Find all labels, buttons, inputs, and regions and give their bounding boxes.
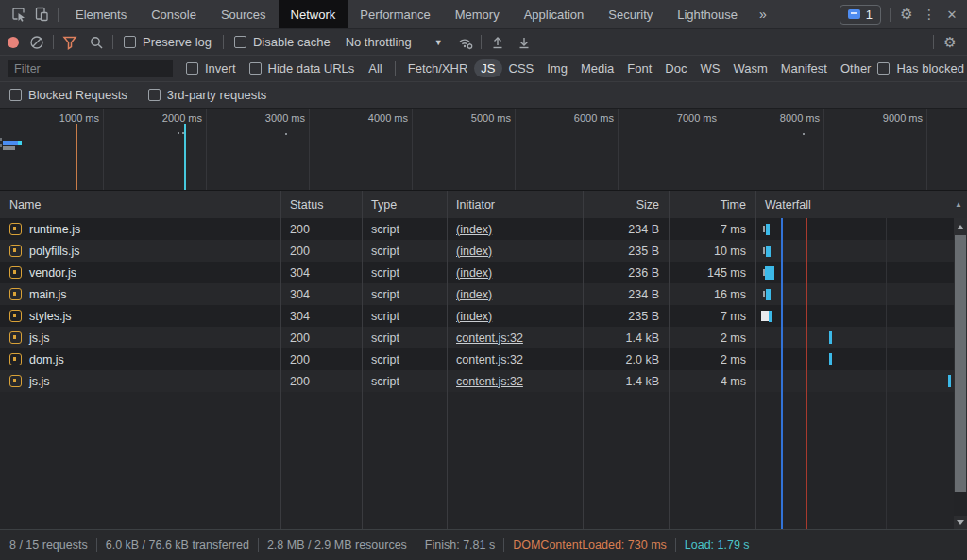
device-toolbar-icon[interactable] (30, 3, 53, 25)
vertical-scrollbar[interactable] (954, 218, 967, 529)
table-row[interactable]: runtime.js200script(index)234 B7 ms (0, 218, 954, 240)
tab-sources[interactable]: Sources (209, 0, 279, 28)
filter-pill-manifest[interactable]: Manifest (774, 59, 834, 77)
filter-pill-doc[interactable]: Doc (658, 59, 693, 77)
record-button[interactable] (8, 37, 19, 48)
column-header-time[interactable]: Time (669, 191, 755, 219)
initiator-link[interactable]: (index) (456, 266, 492, 280)
invert-checkbox[interactable]: Invert (186, 61, 236, 76)
column-header-type[interactable]: Type (362, 191, 447, 219)
table-row[interactable]: polyfills.js200script(index)235 B10 ms (0, 240, 954, 262)
cell-name: styles.js (0, 305, 280, 327)
sort-indicator-icon[interactable]: ▲ (955, 200, 962, 209)
table-row[interactable]: vendor.js304script(index)236 B145 ms (0, 262, 954, 283)
initiator-link[interactable]: content.js:32 (456, 353, 523, 366)
inspect-element-icon[interactable] (8, 3, 30, 25)
initiator-link[interactable]: (index) (456, 288, 492, 301)
table-row[interactable]: js.js200scriptcontent.js:321.4 kB2 ms (0, 327, 954, 348)
checkbox[interactable] (124, 36, 136, 48)
filter-pill-all[interactable]: All (362, 59, 388, 77)
settings-gear-icon[interactable]: ⚙ (895, 3, 918, 25)
checkbox[interactable] (234, 36, 246, 48)
column-header-initiator[interactable]: Initiator (447, 191, 583, 219)
network-overview-timeline[interactable]: 1000 ms2000 ms3000 ms4000 ms5000 ms6000 … (0, 108, 967, 191)
export-har-icon[interactable] (513, 31, 535, 54)
column-divider[interactable] (755, 191, 756, 219)
filter-pill-other[interactable]: Other (834, 59, 878, 77)
cell-status: 200 (280, 218, 362, 240)
column-divider (280, 218, 281, 529)
throttling-select[interactable]: No throttling ▼ (346, 35, 443, 49)
third-party-requests-checkbox[interactable]: 3rd-party requests (148, 88, 267, 102)
filter-pill-js[interactable]: JS (474, 59, 501, 77)
cell-initiator[interactable]: content.js:32 (447, 348, 583, 370)
tab-memory[interactable]: Memory (443, 0, 512, 28)
column-divider[interactable] (583, 191, 584, 219)
column-header-name[interactable]: Name (0, 191, 280, 219)
filter-funnel-icon[interactable] (59, 31, 81, 54)
clear-icon[interactable] (25, 31, 48, 54)
disable-cache-checkbox[interactable]: Disable cache (234, 35, 331, 49)
tab-application[interactable]: Application (512, 0, 597, 28)
tab-security[interactable]: Security (596, 0, 665, 28)
has-blocked-cookies-checkbox[interactable]: Has blocked cookies (877, 61, 967, 76)
scrollbar-thumb[interactable] (955, 235, 966, 492)
more-tabs-icon[interactable]: » (759, 7, 767, 22)
tab-network[interactable]: Network (279, 0, 348, 28)
filter-pill-font[interactable]: Font (620, 59, 658, 77)
blocked-requests-checkbox[interactable]: Blocked Requests (9, 88, 127, 102)
issues-badge[interactable]: 1 (840, 5, 881, 25)
filter-pill-media[interactable]: Media (574, 59, 620, 77)
cell-initiator[interactable]: (index) (447, 305, 583, 327)
initiator-link[interactable]: content.js:32 (456, 375, 523, 388)
network-conditions-icon[interactable] (454, 31, 477, 54)
cell-name: js.js (0, 370, 280, 392)
request-blocking-bar: Blocked Requests 3rd-party requests (0, 81, 967, 108)
table-row[interactable]: js.js200scriptcontent.js:321.4 kB4 ms (0, 370, 954, 392)
initiator-link[interactable]: (index) (456, 245, 492, 258)
timeline-gridline (926, 109, 927, 191)
cell-size: 236 B (583, 262, 669, 283)
cell-initiator[interactable]: (index) (447, 218, 583, 240)
filter-pill-wasm[interactable]: Wasm (726, 59, 773, 77)
filter-pill-fetchxhr[interactable]: Fetch/XHR (401, 59, 475, 77)
cell-size: 1.4 kB (583, 370, 669, 392)
column-divider[interactable] (280, 191, 281, 219)
filter-input[interactable] (8, 60, 173, 77)
import-har-icon[interactable] (486, 31, 509, 54)
table-row[interactable]: styles.js304script(index)235 B7 ms (0, 305, 954, 327)
search-icon[interactable] (85, 31, 108, 54)
kebab-menu-icon[interactable]: ⋮ (918, 3, 941, 25)
initiator-link[interactable]: content.js:32 (456, 331, 523, 345)
column-divider[interactable] (669, 191, 670, 219)
preserve-log-checkbox[interactable]: Preserve log (124, 35, 212, 49)
filter-pill-img[interactable]: Img (540, 59, 574, 77)
initiator-link[interactable]: (index) (456, 310, 492, 323)
tab-lighthouse[interactable]: Lighthouse (665, 0, 750, 28)
cell-initiator[interactable]: (index) (447, 240, 583, 262)
column-header-waterfall[interactable]: Waterfall (755, 191, 954, 219)
table-row[interactable]: main.js304script(index)234 B16 ms (0, 283, 954, 305)
scroll-down-icon[interactable] (954, 516, 967, 529)
close-icon[interactable]: ✕ (941, 3, 963, 25)
scroll-up-icon[interactable] (954, 220, 967, 233)
column-header-status[interactable]: Status (280, 191, 362, 219)
tab-elements[interactable]: Elements (63, 0, 139, 28)
cell-initiator[interactable]: content.js:32 (447, 327, 583, 348)
column-divider[interactable] (362, 191, 363, 219)
cell-initiator[interactable]: (index) (447, 262, 583, 283)
tab-console[interactable]: Console (139, 0, 209, 28)
cell-initiator[interactable]: (index) (447, 283, 583, 305)
filter-pill-ws[interactable]: WS (693, 59, 726, 77)
network-settings-gear-icon[interactable]: ⚙ (939, 31, 961, 54)
column-divider[interactable] (447, 191, 448, 219)
hide-data-urls-checkbox[interactable]: Hide data URLs (249, 61, 355, 76)
filter-pill-css[interactable]: CSS (502, 59, 541, 77)
tab-performance[interactable]: Performance (348, 0, 442, 28)
overview-request-dot (178, 132, 179, 134)
waterfall-stalled (763, 226, 765, 232)
column-header-size[interactable]: Size (583, 191, 669, 219)
table-row[interactable]: dom.js200scriptcontent.js:322.0 kB2 ms (0, 348, 954, 370)
initiator-link[interactable]: (index) (456, 223, 492, 236)
cell-initiator[interactable]: content.js:32 (447, 370, 583, 392)
